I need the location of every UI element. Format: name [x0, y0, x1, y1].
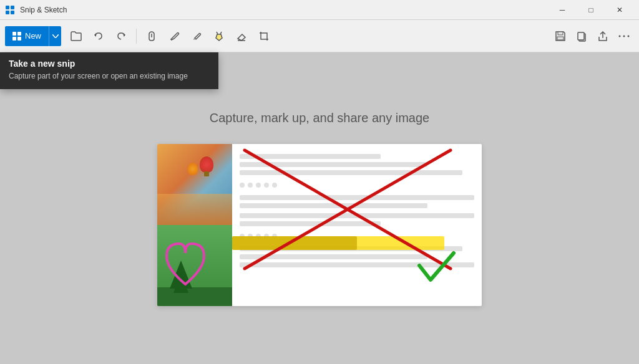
content-line: [240, 262, 474, 267]
balloon-small: [188, 163, 198, 175]
svg-line-9: [217, 32, 218, 34]
svg-rect-3: [11, 11, 14, 14]
crop-icon: [258, 31, 270, 42]
share-button[interactable]: [593, 26, 613, 46]
content-line: [240, 195, 474, 200]
redo-button[interactable]: [111, 26, 131, 46]
demo-thumbnails: [157, 144, 232, 306]
svg-line-10: [220, 32, 222, 34]
svg-rect-4: [12, 32, 16, 36]
dots-row-1: [240, 183, 474, 188]
highlighter-button[interactable]: [209, 26, 229, 46]
save-icon: [555, 31, 566, 42]
content-line: [240, 170, 462, 175]
app-icon: [5, 5, 15, 15]
line-group-3: [240, 213, 474, 226]
crop-button[interactable]: [254, 26, 274, 46]
svg-point-17: [623, 35, 625, 37]
undo-icon: [94, 31, 104, 41]
highlighter-icon: [213, 31, 225, 42]
redo-icon: [116, 31, 126, 41]
chevron-down-icon: [52, 34, 59, 38]
dot-item: [256, 234, 261, 239]
dot-item: [240, 234, 245, 239]
tree-decoration: [170, 261, 192, 289]
touch-icon: [146, 31, 157, 42]
title-bar-left: Snip & Sketch: [5, 5, 67, 15]
svg-rect-1: [11, 6, 14, 9]
copy-button[interactable]: [572, 26, 592, 46]
content-line: [240, 221, 381, 226]
svg-rect-5: [17, 32, 21, 36]
new-button[interactable]: New: [5, 26, 49, 46]
thumbnail-nature: [157, 225, 232, 306]
close-button[interactable]: ✕: [605, 0, 634, 20]
dots-row-2: [240, 234, 474, 239]
content-line: [240, 254, 427, 259]
dot-item: [240, 183, 245, 188]
dot-item: [248, 183, 253, 188]
maximize-button[interactable]: □: [577, 0, 605, 20]
tooltip-popup: Take a new snip Capture part of your scr…: [0, 52, 218, 89]
dot-item: [248, 234, 253, 239]
separator-1: [136, 29, 137, 44]
line-group-2: [240, 195, 474, 208]
more-icon: [618, 35, 630, 37]
window-title: Snip & Sketch: [20, 6, 67, 14]
new-button-group: New: [5, 26, 61, 46]
svg-rect-12: [558, 32, 563, 35]
content-line: [240, 246, 462, 251]
main-area: Capture, mark up, and share any image: [0, 52, 639, 364]
dot-item: [256, 183, 261, 188]
svg-point-18: [628, 35, 630, 37]
svg-rect-2: [6, 11, 9, 14]
dot-item: [264, 234, 269, 239]
tooltip-description: Capture part of your screen or open an e…: [9, 71, 210, 82]
touch-writing-button[interactable]: [142, 26, 162, 46]
svg-rect-0: [6, 6, 9, 9]
ballpoint-pen-button[interactable]: [164, 26, 184, 46]
open-file-button[interactable]: [66, 26, 86, 46]
toolbar-right: [550, 26, 634, 46]
eraser-icon: [236, 31, 247, 42]
pencil-button[interactable]: [187, 26, 207, 46]
line-group-1: [240, 154, 474, 175]
balloon-large: [200, 156, 213, 173]
svg-rect-7: [17, 37, 21, 41]
dot-item: [272, 183, 277, 188]
copy-icon: [576, 31, 587, 42]
undo-button[interactable]: [89, 26, 109, 46]
more-options-button[interactable]: [614, 26, 634, 46]
new-icon: [12, 32, 21, 41]
demo-illustration: [157, 144, 482, 306]
demo-content-lines: [232, 144, 482, 306]
thumbnail-landscape: [157, 144, 232, 225]
svg-rect-15: [578, 32, 584, 40]
eraser-button[interactable]: [232, 26, 251, 46]
content-line: [240, 162, 427, 167]
minimize-button[interactable]: ─: [548, 0, 577, 20]
tooltip-title: Take a new snip: [9, 59, 210, 69]
share-icon: [597, 31, 608, 42]
main-heading: Capture, mark up, and share any image: [210, 111, 429, 125]
save-button[interactable]: [550, 26, 570, 46]
ballpoint-icon: [168, 31, 180, 42]
svg-rect-6: [12, 37, 16, 41]
dot-item: [272, 234, 277, 239]
new-dropdown-arrow[interactable]: [49, 26, 61, 46]
svg-point-16: [619, 35, 621, 37]
toolbar: New: [0, 20, 639, 52]
title-bar: Snip & Sketch ─ □ ✕: [0, 0, 639, 20]
svg-rect-13: [557, 37, 563, 40]
content-line: [240, 203, 427, 208]
folder-icon: [71, 31, 82, 41]
dot-item: [264, 183, 269, 188]
title-bar-controls: ─ □ ✕: [548, 0, 634, 20]
content-line: [240, 154, 381, 159]
content-line: [240, 213, 474, 218]
pencil-icon: [191, 31, 202, 42]
new-label: New: [25, 31, 41, 41]
line-group-4: [240, 246, 474, 267]
